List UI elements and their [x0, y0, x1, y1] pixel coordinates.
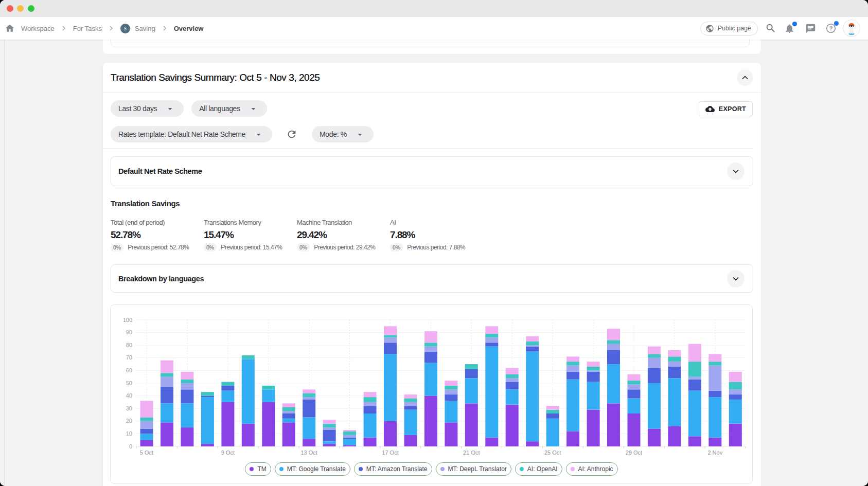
svg-text:13 Oct: 13 Oct: [300, 449, 317, 456]
svg-text:21 Oct: 21 Oct: [463, 449, 480, 456]
svg-text:70: 70: [126, 354, 132, 361]
svg-text:100: 100: [123, 317, 132, 323]
svg-text:17 Oct: 17 Oct: [382, 449, 398, 456]
svg-text:20: 20: [126, 418, 132, 424]
svg-text:25 Oct: 25 Oct: [544, 449, 561, 456]
svg-text:29 Oct: 29 Oct: [626, 449, 642, 456]
svg-text:?: ?: [829, 25, 833, 31]
svg-text:60: 60: [126, 367, 132, 373]
svg-text:0: 0: [129, 443, 132, 449]
svg-text:90: 90: [126, 329, 132, 335]
svg-text:80: 80: [126, 342, 132, 348]
svg-text:9 Oct: 9 Oct: [221, 449, 235, 456]
svg-text:40: 40: [126, 392, 132, 399]
svg-text:10: 10: [126, 430, 132, 437]
svg-text:30: 30: [126, 405, 132, 411]
svg-text:50: 50: [126, 380, 132, 386]
svg-text:2 Nov: 2 Nov: [707, 449, 722, 456]
svg-text:5 Oct: 5 Oct: [140, 449, 153, 456]
